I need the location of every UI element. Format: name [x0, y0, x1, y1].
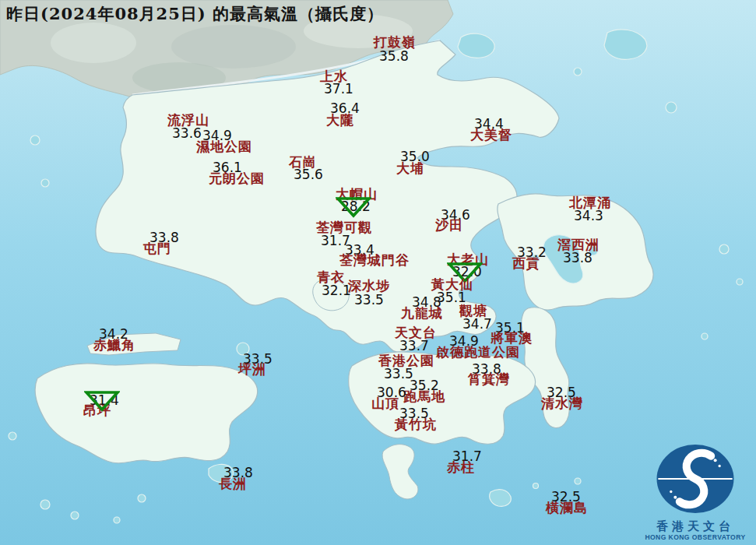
station-name: 赤鱲角 [93, 339, 135, 352]
station-name: 上水 [320, 70, 348, 83]
station-name: 滘西洲 [557, 238, 600, 251]
station-name: 將軍澳 [491, 332, 533, 345]
station-name: 大帽山 [336, 188, 378, 201]
station-name: 山頂 [371, 397, 399, 410]
station-name: 筲箕灣 [468, 373, 510, 386]
station-name: 九龍城 [401, 307, 443, 320]
station-temp: 33.5 [354, 294, 384, 307]
logo-text-cn: 香港天文台 [642, 519, 748, 533]
station-name: 觀塘 [459, 304, 487, 318]
station-temp: 28.2 [341, 200, 371, 213]
station-name: 天文台 [395, 326, 437, 339]
station-name: 橫瀾島 [546, 501, 588, 515]
station-name: 跑馬地 [403, 390, 445, 403]
station-temp: 34.3 [574, 209, 603, 223]
station-name: 濕地公園 [196, 140, 252, 153]
station-name: 黃大仙 [431, 278, 473, 291]
station-name: 石崗 [289, 156, 317, 169]
station-name: 長洲 [219, 477, 247, 490]
station-temp: 35.8 [379, 50, 409, 63]
station-name: 流浮山 [167, 114, 209, 127]
station-name: 大埔 [396, 162, 424, 175]
station-name: 青衣 [317, 271, 345, 284]
station-temp: 35.6 [294, 168, 323, 181]
station-temp: 37.1 [324, 83, 353, 96]
station-name: 啟德跑道公園 [436, 346, 520, 359]
station-temp: 34.7 [462, 318, 492, 331]
station-name: 清水灣 [541, 397, 583, 410]
station-name: 昂坪 [83, 404, 111, 417]
map-title: 昨日(2024年08月25日) 的最高氣溫（攝氏度） [6, 3, 384, 25]
station-name: 深水埗 [348, 280, 390, 293]
station-name: 元朗公園 [209, 172, 265, 185]
station-name: 北潭涌 [569, 196, 611, 209]
station-temp: 33.8 [563, 251, 592, 265]
station-name: 大隴 [326, 114, 354, 127]
station-name: 坪洲 [238, 363, 266, 376]
hko-logo-icon [652, 441, 738, 516]
station-name: 黃竹坑 [395, 418, 437, 431]
station-name: 打鼓嶺 [374, 36, 416, 49]
station-name: 赤柱 [447, 461, 475, 474]
station-name: 荃灣可觀 [316, 221, 372, 234]
station-name: 香港公園 [378, 354, 434, 367]
station-name: 屯門 [143, 242, 171, 255]
logo-text-en: HONG KONG OBSERVATORY [642, 533, 748, 542]
station-name: 大老山 [447, 253, 489, 266]
station-name: 荃灣城門谷 [339, 254, 410, 267]
weather-map: 35.8 打鼓嶺37.1 上水36.4 大隴34.4 大美督33.6 流浮山34… [0, 0, 756, 545]
hko-logo: 香港天文台 HONG KONG OBSERVATORY [642, 441, 748, 542]
station-name: 西貢 [512, 257, 540, 270]
station-temp: 33.7 [399, 339, 429, 353]
station-temp: 32.1 [322, 284, 351, 297]
station-name: 沙田 [435, 219, 463, 232]
station-name: 大美督 [470, 128, 512, 142]
